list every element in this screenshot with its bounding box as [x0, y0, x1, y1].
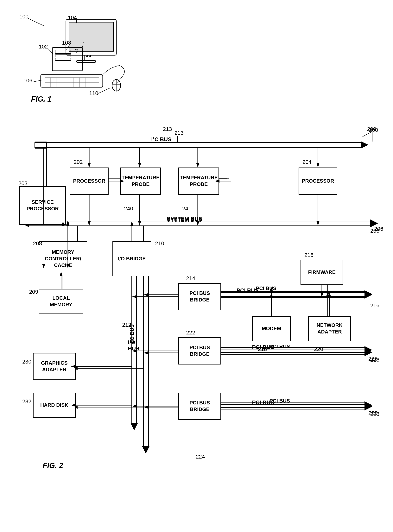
svg-marker-57	[88, 221, 91, 226]
svg-marker-45	[196, 163, 199, 167]
pci-bus-3-label: PCI BUS	[252, 399, 274, 405]
svg-marker-74	[142, 446, 150, 454]
page: 100	[0, 0, 393, 532]
svg-text:PCI BUS: PCI BUS	[256, 285, 276, 291]
ref-102-label: 102	[39, 44, 48, 50]
svg-text:213: 213	[174, 130, 184, 136]
svg-rect-11	[41, 75, 103, 87]
svg-marker-43	[138, 163, 141, 167]
svg-rect-7	[55, 50, 71, 54]
processor-left-box: PROCESSOR	[70, 167, 108, 195]
svg-point-4	[86, 55, 88, 57]
ref-220: 220	[314, 346, 323, 352]
firmware-box: FIRMWARE	[300, 260, 343, 285]
ref-215: 215	[305, 252, 314, 258]
svg-marker-101	[144, 351, 148, 354]
pci-bus-1-label: PCI BUS	[236, 287, 259, 293]
pci-bus-2-label: PCI BUS	[252, 344, 274, 350]
ref-104-label: 104	[68, 15, 77, 21]
svg-marker-63	[316, 221, 319, 226]
fig1-label: FIG. 1	[31, 95, 52, 103]
svg-rect-9	[55, 58, 71, 60]
ref-232: 232	[22, 398, 31, 405]
ref-212: 212	[122, 322, 131, 328]
pci-bus-bridge-2-box: PCI BUS BRIDGE	[178, 337, 221, 365]
svg-marker-82	[66, 221, 69, 226]
ref-209: 209	[29, 289, 38, 295]
pci-bus-bridge-3-box: PCI BUS BRIDGE	[178, 393, 221, 420]
ref-224: 224	[196, 454, 205, 460]
ref-241: 241	[182, 205, 191, 212]
hard-disk-box: HARD DISK	[33, 393, 76, 418]
svg-marker-92	[364, 290, 372, 298]
ref-226: 226	[370, 357, 379, 363]
svg-marker-41	[88, 163, 91, 167]
ref-204: 204	[302, 159, 312, 165]
pci-bus-bridge-1-box: PCI BUS BRIDGE	[178, 283, 221, 310]
temp-probe-left-box: TEMPERATURE PROBE	[120, 167, 161, 195]
ref-240: 240	[124, 205, 133, 212]
graphics-adapter-box: GRAPHICS ADAPTER	[33, 353, 76, 380]
fig2-label: FIG. 2	[43, 461, 63, 470]
svg-rect-1	[69, 22, 113, 51]
ref-200-label: 200	[369, 127, 378, 133]
io-bridge-box: I/O BRIDGE	[113, 241, 151, 276]
ref-108-label: 108	[62, 40, 71, 46]
ref-216: 216	[370, 303, 379, 309]
svg-marker-111	[364, 403, 372, 410]
ref-203: 203	[18, 180, 28, 186]
svg-marker-36	[361, 141, 368, 149]
memory-controller-box: MEMORY CONTROLLER/ CACHE	[39, 241, 87, 276]
svg-marker-108	[144, 405, 148, 409]
local-memory-box: LOCAL MEMORY	[39, 289, 83, 314]
ref-106-label: 106	[23, 78, 32, 84]
ref-100: 100	[19, 14, 29, 20]
svg-marker-59	[138, 221, 141, 226]
ref-228: 228	[370, 411, 379, 417]
ref-222: 222	[186, 330, 195, 336]
ref-230: 230	[22, 359, 31, 365]
ref-202: 202	[74, 159, 83, 165]
ref-213: 213	[163, 126, 172, 132]
svg-marker-104	[364, 348, 372, 356]
svg-text:I²C BUS: I²C BUS	[151, 136, 171, 142]
modem-box: MODEM	[252, 316, 291, 341]
processor-right-box: PROCESSOR	[299, 167, 337, 195]
fig2-section: 200 I²C BUS 213	[8, 120, 388, 520]
temp-probe-right-box: TEMPERATURE PROBE	[178, 167, 219, 195]
svg-marker-47	[316, 163, 319, 167]
network-adapter-box: NETWORK ADAPTER	[308, 316, 351, 341]
ref-110-label: 110	[89, 90, 98, 96]
ref-208: 208	[33, 240, 42, 247]
service-processor-box: SERVICE PROCESSOR	[19, 186, 66, 225]
ref-206: 206	[374, 226, 383, 232]
svg-point-5	[89, 55, 91, 57]
ref-214: 214	[186, 275, 195, 282]
svg-rect-3	[77, 60, 96, 63]
io-bus-label: I/OBUS	[128, 339, 139, 352]
ref-210: 210	[155, 240, 164, 247]
svg-marker-89	[144, 293, 148, 296]
system-bus-label: SYSTEM BUS	[167, 217, 202, 223]
